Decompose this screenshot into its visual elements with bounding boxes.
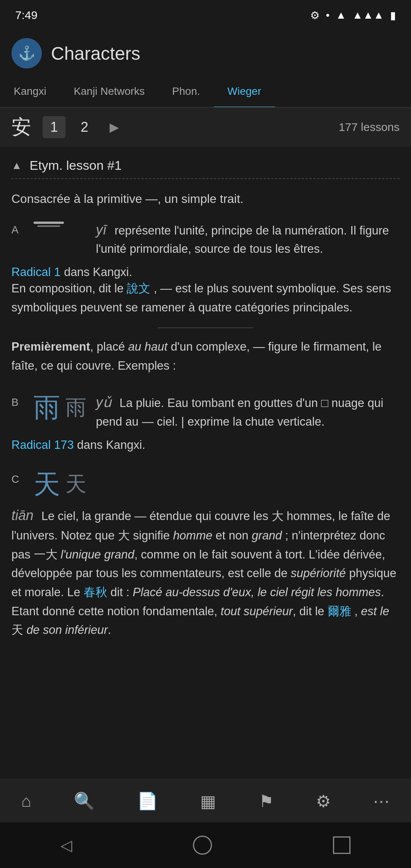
home-icon: ⌂: [21, 791, 32, 811]
status-time: 7:49: [15, 9, 37, 22]
anchor-icon: ⚓: [18, 45, 35, 61]
nav-home[interactable]: ⌂: [14, 788, 39, 814]
entry-a-label: A: [11, 224, 24, 236]
lesson-nav-num2[interactable]: 2: [73, 116, 96, 138]
section-premier: Premièrement, placé au haut d'un complex…: [11, 337, 400, 375]
chunqiu-link[interactable]: 春秋: [84, 586, 107, 599]
lesson-nav-num1[interactable]: 1: [43, 116, 65, 138]
grid-icon: ▦: [200, 791, 216, 811]
entry-a-body: yī représente l'unité, principe de la nu…: [96, 222, 400, 258]
lesson-header-icon: ▲: [11, 160, 22, 172]
shuowen-link[interactable]: 說文: [127, 282, 150, 295]
entry-c-header: C 天 天: [11, 471, 400, 498]
settings-nav-icon: ⚙: [316, 791, 331, 811]
entry-b-symbols: 雨 雨: [33, 394, 87, 421]
entry-b-desc: La pluie. Eau tombant en gouttes d'un □ …: [96, 396, 383, 428]
nav-settings[interactable]: ⚙: [308, 788, 338, 815]
app-header: ⚓ Characters: [0, 30, 411, 76]
lesson-nav: 安 1 2 ▶ 177 lessons: [0, 108, 411, 147]
wifi-icon: ▲: [336, 9, 346, 21]
signal-icon: ▲▲▲: [352, 9, 384, 21]
entry-b-radical-suffix: dans Kangxi.: [77, 438, 145, 452]
entry-a: A yī représente l'unité, principe de la …: [11, 222, 400, 375]
tab-kangxi[interactable]: Kangxi: [0, 76, 60, 107]
battery-icon: ▮: [390, 9, 396, 22]
entry-c-desc: tiān Le ciel, la grande — étendue qui co…: [11, 504, 400, 640]
entry-b-radical-link[interactable]: Radical 173: [11, 438, 74, 452]
app-logo: ⚓: [11, 38, 42, 69]
tab-wieger[interactable]: Wieger: [214, 76, 275, 108]
entry-a-desc: représente l'unité, principe de la numér…: [96, 224, 389, 255]
entry-a-symbols: [33, 222, 87, 227]
status-bar: 7:49 ⚙ • ▲ ▲▲▲ ▮: [0, 0, 411, 30]
tab-kanji-networks[interactable]: Kanji Networks: [60, 76, 159, 107]
entry-c-label: C: [11, 473, 24, 485]
android-nav: ◁: [0, 822, 411, 868]
yi-line-2: [37, 225, 60, 227]
tabs: Kangxi Kanji Networks Phon. Wieger: [0, 76, 411, 108]
main-content: ▲ Etym. lesson #1 Consacrée à la primiti…: [0, 147, 411, 670]
yi-char: [33, 222, 64, 227]
search-icon: 🔍: [74, 791, 95, 811]
app-title: Characters: [51, 43, 140, 64]
entry-c-char1: 天: [33, 471, 60, 498]
entry-a-radical-link[interactable]: Radical 1: [11, 265, 61, 279]
tab-phonetics[interactable]: Phon.: [158, 76, 213, 107]
entry-a-radical-suffix: dans Kangxi.: [64, 265, 132, 279]
entry-a-extra: En composition, dit le 說文 , — est le plu…: [11, 279, 400, 317]
nav-notes[interactable]: 📄: [129, 787, 166, 815]
entry-b-body: yǔ La pluie. Eau tombant en gouttes d'un…: [96, 394, 400, 431]
entry-b-label: B: [11, 396, 24, 408]
notes-icon: 📄: [137, 791, 158, 811]
entry-a-radical: Radical 1 dans Kangxi.: [11, 265, 400, 279]
dot-icon: •: [326, 9, 330, 21]
entry-b: B 雨 雨 yǔ La pluie. Eau tombant en goutte…: [11, 394, 400, 452]
lesson-header-title: Etym. lesson #1: [30, 158, 122, 173]
entry-b-header: B 雨 雨 yǔ La pluie. Eau tombant en goutte…: [11, 394, 400, 431]
entry-a-pinyin: yī: [96, 222, 107, 238]
bottom-nav: ⌂ 🔍 📄 ▦ ⚑ ⚙ ⋯: [0, 779, 411, 822]
more-icon: ⋯: [373, 791, 390, 811]
lesson-intro: Consacrée à la primitive —, un simple tr…: [11, 190, 400, 208]
lesson-nav-arrow[interactable]: ▶: [104, 117, 125, 137]
section-premier-label: Premièrement: [11, 340, 90, 353]
lesson-nav-char: 安: [11, 114, 31, 140]
entry-b-char2: 雨: [65, 397, 86, 418]
entry-c: C 天 天 tiān Le ciel, la grande — étendue …: [11, 471, 400, 640]
entry-c-symbols: 天 天: [33, 471, 87, 498]
entry-b-radical: Radical 173 dans Kangxi.: [11, 438, 400, 452]
section-separator: [158, 327, 253, 328]
android-back-button[interactable]: ◁: [61, 836, 72, 854]
entry-b-pinyin: yǔ: [96, 394, 112, 410]
nav-more[interactable]: ⋯: [365, 788, 397, 815]
nav-grid[interactable]: ▦: [193, 788, 224, 815]
entry-a-header: A yī représente l'unité, principe de la …: [11, 222, 400, 258]
nav-flag[interactable]: ⚑: [251, 788, 281, 815]
lesson-nav-total: 177 lessons: [339, 121, 400, 134]
flag-icon: ⚑: [259, 791, 274, 811]
erya-link[interactable]: 爾雅: [328, 605, 351, 618]
status-icons: ⚙ • ▲ ▲▲▲ ▮: [310, 9, 396, 22]
android-recent-button[interactable]: [333, 836, 350, 854]
settings-icon: ⚙: [310, 9, 320, 22]
android-home-button[interactable]: [193, 836, 212, 855]
entry-b-char1: 雨: [33, 394, 60, 421]
section-premier-pos: au haut: [128, 340, 167, 353]
nav-search[interactable]: 🔍: [66, 787, 102, 815]
yi-line-1: [33, 222, 64, 224]
lesson-header: ▲ Etym. lesson #1: [11, 158, 400, 179]
entry-c-pinyin: tiān: [11, 507, 33, 523]
entry-c-char2: 天: [65, 474, 86, 495]
